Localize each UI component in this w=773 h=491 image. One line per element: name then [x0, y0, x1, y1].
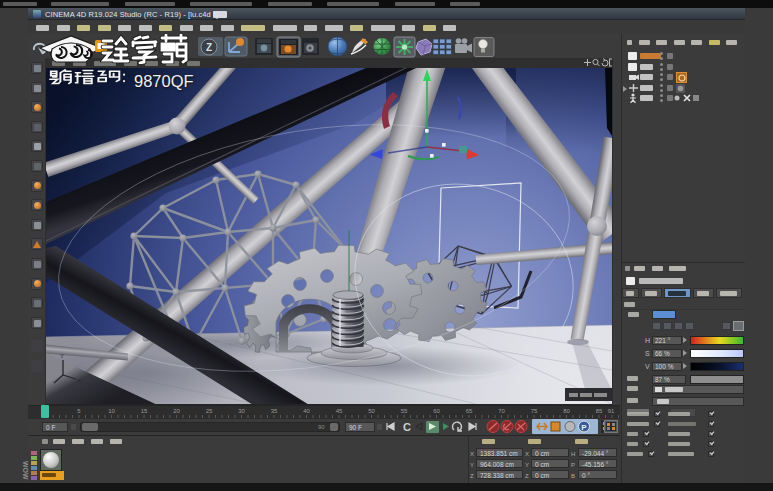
svg-text:65: 65	[466, 408, 473, 414]
svg-text:70: 70	[498, 408, 505, 414]
svg-text:80: 80	[563, 408, 570, 414]
svg-text:40: 40	[303, 408, 310, 414]
svg-text:5: 5	[77, 408, 81, 414]
svg-text:60: 60	[433, 408, 440, 414]
svg-text:Z: Z	[206, 42, 212, 53]
svg-text:Y: Y	[60, 353, 64, 359]
svg-text:35: 35	[271, 408, 278, 414]
svg-text:30: 30	[238, 408, 245, 414]
svg-text:10: 10	[108, 408, 115, 414]
svg-text:P: P	[581, 423, 587, 432]
svg-text:9870QF: 9870QF	[134, 72, 194, 90]
svg-text:25: 25	[206, 408, 213, 414]
svg-text:15: 15	[141, 408, 148, 414]
svg-text:X: X	[77, 378, 81, 384]
svg-text:20: 20	[173, 408, 180, 414]
svg-text:75: 75	[531, 408, 538, 414]
svg-text:91: 91	[608, 408, 615, 414]
svg-text:45: 45	[336, 408, 343, 414]
svg-text:C: C	[403, 421, 411, 433]
svg-text:50: 50	[368, 408, 375, 414]
svg-text:85: 85	[596, 408, 603, 414]
svg-text:55: 55	[401, 408, 408, 414]
